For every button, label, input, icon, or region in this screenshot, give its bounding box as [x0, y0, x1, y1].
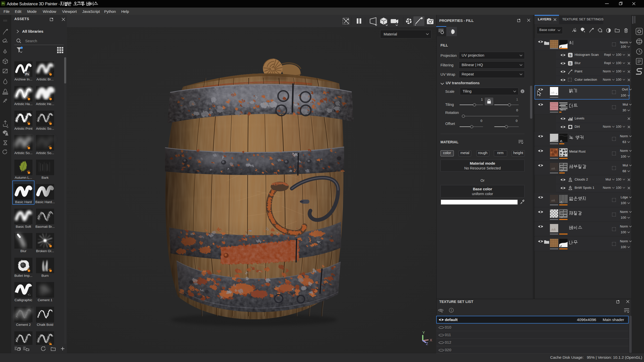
- svg-text:Y: Y: [422, 330, 425, 335]
- svg-text:1: 1: [451, 309, 452, 312]
- svg-text:S: S: [569, 62, 572, 65]
- svg-text:Z: Z: [426, 341, 428, 346]
- svg-text:X: X: [430, 338, 432, 342]
- svg-text:i: i: [522, 90, 523, 93]
- svg-text:S: S: [569, 53, 572, 57]
- svg-text:Ps: Ps: [25, 72, 29, 76]
- svg-text:Pt: Pt: [2, 2, 5, 5]
